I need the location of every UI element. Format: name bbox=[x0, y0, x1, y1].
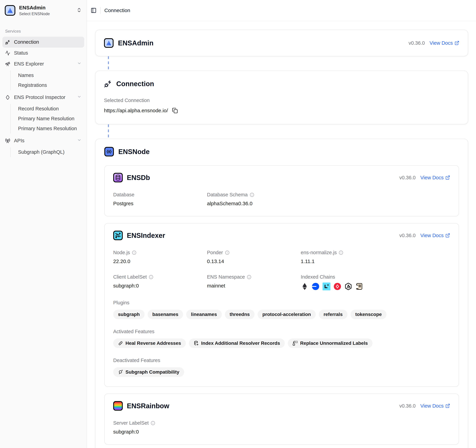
sidebar-item-primary-names-resolution[interactable]: Primary Names Resolution bbox=[16, 124, 84, 134]
chevron-down-icon bbox=[77, 138, 81, 144]
field-client-labelset: Client LabelSet subgraph:0 bbox=[113, 274, 207, 290]
feature-label: Index Additional Resolver Records bbox=[201, 340, 280, 346]
field-value: 1.11.1 bbox=[301, 258, 450, 264]
sidebar-item-label: ENS Explorer bbox=[14, 61, 44, 67]
sidebar-item-label: Registrations bbox=[18, 82, 47, 88]
sidebar-item-subgraph-graphql[interactable]: Subgraph (GraphQL) bbox=[16, 147, 84, 157]
view-docs-label: View Docs bbox=[420, 403, 444, 409]
view-docs-link[interactable]: View Docs bbox=[420, 233, 450, 238]
breadcrumb: Connection bbox=[104, 7, 130, 13]
activated-features-label: Activated Features bbox=[113, 329, 450, 334]
feature-label: Heal Reverse Addresses bbox=[125, 340, 181, 346]
external-link-icon bbox=[454, 40, 459, 45]
field-label: Client LabelSet bbox=[113, 274, 147, 280]
ensnode-logo bbox=[104, 147, 114, 156]
sidebar-item-record-resolution[interactable]: Record Resolution bbox=[16, 104, 84, 114]
field-label: Indexed Chains bbox=[301, 274, 335, 280]
plug-zap-icon bbox=[104, 80, 112, 88]
sidebar-item-ens-explorer[interactable]: ENS Explorer bbox=[2, 58, 84, 69]
services-section-label: Services bbox=[2, 29, 84, 34]
sidebar-item-names[interactable]: Names bbox=[16, 70, 84, 80]
field-indexed-chains: Indexed Chains bbox=[301, 274, 450, 290]
field-value: subgraph:0 bbox=[113, 283, 207, 289]
view-docs-link[interactable]: View Docs bbox=[420, 175, 450, 180]
info-icon[interactable] bbox=[339, 250, 343, 255]
ethereum-chain-icon[interactable] bbox=[301, 282, 309, 290]
sidebar-item-primary-name-resolution[interactable]: Primary Name Resolution bbox=[16, 114, 84, 124]
feature-badge: Subgraph Compatibility bbox=[113, 367, 184, 377]
plugin-label: threedns bbox=[230, 312, 250, 317]
scroll-chain-icon[interactable] bbox=[355, 282, 363, 290]
sidebar-item-label: APIs bbox=[14, 138, 24, 144]
ensnode-selector[interactable]: ENSAdmin Select ENSNode bbox=[2, 3, 84, 18]
sidebar-item-apis[interactable]: APIs bbox=[2, 135, 84, 146]
info-icon[interactable] bbox=[247, 275, 251, 279]
card-title: ENSAdmin bbox=[118, 39, 153, 47]
view-docs-link[interactable]: View Docs bbox=[430, 40, 459, 46]
connection-card-header: Connection bbox=[104, 80, 459, 88]
ensdb-card-header: ENSDb v0.36.0 View Docs bbox=[113, 173, 450, 182]
field-value: alphaSchema0.36.0 bbox=[207, 201, 301, 207]
external-link-icon bbox=[445, 175, 450, 180]
database-icon bbox=[114, 174, 121, 181]
info-icon[interactable] bbox=[250, 193, 254, 197]
plugin-badge: referrals bbox=[319, 310, 347, 319]
sidebar-item-ens-protocol-inspector[interactable]: ENS Protocol Inspector bbox=[2, 92, 84, 103]
panel-left-icon[interactable] bbox=[91, 7, 96, 13]
base-chain-icon[interactable] bbox=[312, 282, 319, 290]
ensdb-fields: Database Postgres Database Schema alphaS… bbox=[113, 192, 450, 207]
plugins-row: subgraph basenames lineanames threedns p… bbox=[113, 310, 450, 319]
ensadmin-logo bbox=[5, 5, 15, 16]
sidebar-nav: Connection Status ENS Explorer Names Reg… bbox=[2, 37, 84, 159]
optimism-chain-icon[interactable] bbox=[334, 282, 341, 290]
ens-explorer-subnav: Names Registrations bbox=[10, 70, 84, 90]
field-ponder: Ponder 0.13.14 bbox=[207, 250, 301, 264]
field-ens-normalize: ens-normalize.js 1.11.1 bbox=[301, 250, 450, 264]
sidebar-item-connection[interactable]: Connection bbox=[2, 37, 84, 48]
plugin-label: lineanames bbox=[191, 312, 217, 317]
field-label: Ponder bbox=[207, 250, 223, 255]
card-title: ENSNode bbox=[118, 148, 150, 155]
arbitrum-chain-icon[interactable] bbox=[344, 282, 352, 290]
sidebar-item-label: Connection bbox=[14, 39, 39, 45]
info-icon[interactable] bbox=[225, 250, 229, 255]
ensindexer-card-header: ENSIndexer v0.36.0 View Docs bbox=[113, 231, 450, 240]
indexed-chains-row bbox=[301, 282, 450, 290]
ens-diamond-icon bbox=[5, 95, 10, 100]
info-icon[interactable] bbox=[151, 421, 155, 425]
ensindexer-card-meta: v0.36.0 View Docs bbox=[399, 233, 450, 238]
info-icon[interactable] bbox=[149, 275, 153, 279]
sidebar-item-label: Primary Name Resolution bbox=[18, 116, 74, 121]
view-docs-label: View Docs bbox=[420, 175, 444, 180]
info-icon[interactable] bbox=[132, 250, 136, 255]
plugin-label: subgraph bbox=[118, 312, 140, 317]
ensrainbow-card: ENSRainbow v0.36.0 View Docs Server Labe… bbox=[104, 394, 459, 445]
plugin-badge: subgraph bbox=[113, 310, 145, 319]
feature-label: Replace Unnormalized Labels bbox=[300, 340, 368, 346]
linea-chain-icon[interactable] bbox=[323, 282, 330, 290]
sidebar-item-label: Primary Names Resolution bbox=[18, 126, 77, 131]
copy-icon[interactable] bbox=[172, 108, 178, 114]
radio-tower-icon bbox=[5, 138, 10, 143]
version-badge: v0.36.0 bbox=[408, 40, 425, 46]
plugin-label: basenames bbox=[153, 312, 179, 317]
sidebar-item-registrations[interactable]: Registrations bbox=[16, 80, 84, 90]
card-title: ENSIndexer bbox=[127, 232, 165, 239]
sidebar-item-status[interactable]: Status bbox=[2, 48, 84, 58]
chevrons-up-down-icon bbox=[76, 7, 82, 13]
ensindexer-logo bbox=[113, 231, 123, 240]
chevron-down-icon bbox=[77, 61, 81, 67]
apis-subnav: Subgraph (GraphQL) bbox=[10, 147, 84, 157]
bandage-icon bbox=[118, 341, 123, 346]
app-name: ENSAdmin bbox=[19, 5, 50, 11]
field-server-labelset: Server LabelSet subgraph:0 bbox=[113, 420, 207, 435]
plugin-badge: basenames bbox=[148, 310, 183, 319]
ensrainbow-fields: Server LabelSet subgraph:0 bbox=[113, 420, 450, 435]
ensnode-card: ENSNode ENSDb v0.36.0 View Docs bbox=[95, 139, 468, 448]
activity-icon bbox=[5, 51, 10, 56]
telescope-icon bbox=[5, 61, 10, 67]
plugin-label: referrals bbox=[323, 312, 343, 317]
ensindexer-fields-row1: Node.js 22.20.0 Ponder 0.13.14 ens-norma… bbox=[113, 250, 450, 290]
view-docs-label: View Docs bbox=[430, 40, 453, 46]
view-docs-link[interactable]: View Docs bbox=[420, 403, 450, 409]
